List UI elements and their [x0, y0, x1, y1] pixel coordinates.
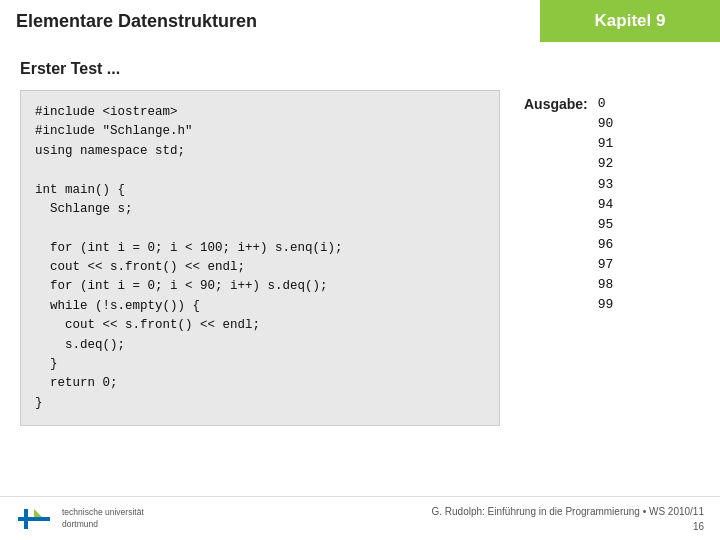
content-row: #include <iostream> #include "Schlange.h…: [20, 90, 700, 426]
main-content: Erster Test ... #include <iostream> #inc…: [0, 42, 720, 436]
ausgabe-value: 92: [598, 154, 614, 174]
code-block: #include <iostream> #include "Schlange.h…: [20, 90, 500, 426]
svg-rect-2: [24, 509, 28, 529]
ausgabe-value: 97: [598, 255, 614, 275]
footer-right: G. Rudolph: Einführung in die Programmie…: [431, 504, 704, 534]
ausgabe-value: 0: [598, 94, 614, 114]
ausgabe-value: 94: [598, 195, 614, 215]
ausgabe-section: Ausgabe: 090919293949596979899: [524, 94, 613, 316]
ausgabe-value: 96: [598, 235, 614, 255]
ausgabe-value: 95: [598, 215, 614, 235]
kapitel-text: Kapitel 9: [595, 11, 666, 31]
footer-credit: G. Rudolph: Einführung in die Programmie…: [431, 504, 704, 519]
footer-page: 16: [431, 519, 704, 534]
footer-university-text: technische universität dortmund: [62, 507, 144, 529]
ausgabe-value: 90: [598, 114, 614, 134]
header: Elementare Datenstrukturen Kapitel 9: [0, 0, 720, 42]
svg-rect-1: [18, 517, 50, 521]
tu-logo-icon: [16, 501, 52, 537]
university-name-line2: dortmund: [62, 519, 144, 530]
footer-logo: technische universität dortmund: [16, 501, 144, 537]
ausgabe-label: Ausgabe:: [524, 94, 588, 112]
header-title: Elementare Datenstrukturen: [0, 0, 540, 42]
footer: technische universität dortmund G. Rudol…: [0, 496, 720, 540]
ausgabe-values: 090919293949596979899: [598, 94, 614, 316]
ausgabe-value: 91: [598, 134, 614, 154]
ausgabe-value: 99: [598, 295, 614, 315]
ausgabe-value: 98: [598, 275, 614, 295]
header-kapitel: Kapitel 9: [540, 0, 720, 42]
title-text: Elementare Datenstrukturen: [16, 11, 257, 32]
university-name-line1: technische universität: [62, 507, 144, 518]
ausgabe-value: 93: [598, 175, 614, 195]
section-title: Erster Test ...: [20, 60, 700, 78]
